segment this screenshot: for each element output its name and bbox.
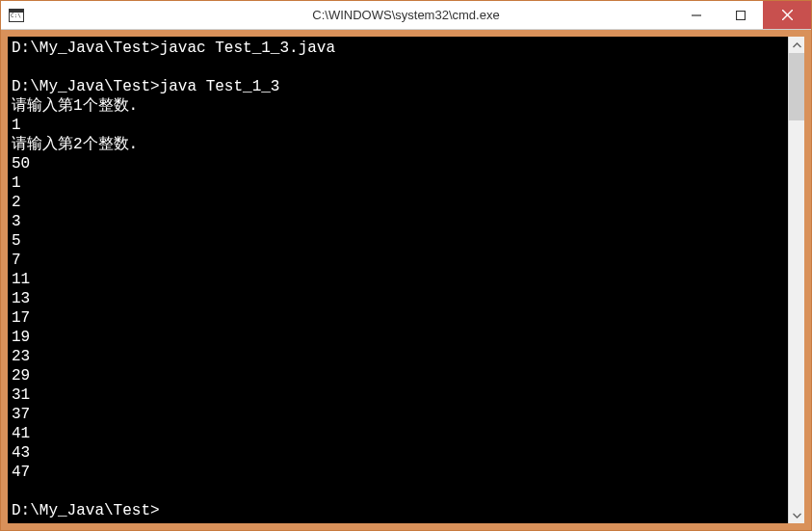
cmd-icon	[9, 9, 24, 22]
close-icon	[782, 10, 793, 20]
titlebar[interactable]: C:\WINDOWS\system32\cmd.exe	[1, 1, 811, 30]
chevron-up-icon	[793, 42, 801, 48]
maximize-button[interactable]	[719, 1, 763, 29]
scrollbar-thumb[interactable]	[789, 53, 804, 120]
minimize-button[interactable]	[674, 1, 719, 29]
cmd-window: C:\WINDOWS\system32\cmd.exe D:\My_Java\T	[0, 0, 812, 531]
scroll-up-button[interactable]	[789, 37, 804, 53]
scroll-down-button[interactable]	[789, 507, 804, 523]
svg-rect-1	[737, 11, 746, 19]
window-controls	[674, 1, 811, 29]
close-button[interactable]	[763, 1, 811, 29]
minimize-icon	[692, 11, 701, 20]
scrollbar-track[interactable]	[789, 53, 804, 507]
vertical-scrollbar[interactable]	[788, 37, 804, 523]
chevron-down-icon	[793, 513, 801, 518]
client-area: D:\My_Java\Test>javac Test_1_3.java D:\M…	[1, 30, 811, 530]
console-output[interactable]: D:\My_Java\Test>javac Test_1_3.java D:\M…	[8, 37, 788, 523]
maximize-icon	[736, 11, 746, 20]
window-title: C:\WINDOWS\system32\cmd.exe	[312, 8, 499, 22]
